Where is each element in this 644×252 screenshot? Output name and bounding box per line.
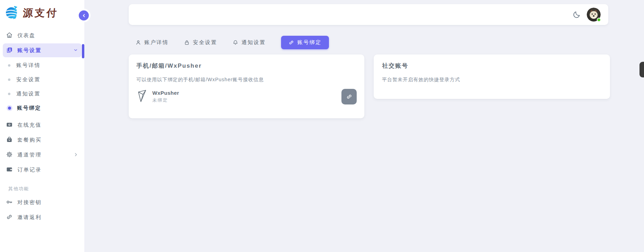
sidebar-submenu-account: 账号详情 安全设置 通知设置 账号绑定 [3, 58, 82, 115]
chevron-left-icon [82, 13, 86, 18]
sidebar-item-label: 在线充值 [17, 122, 78, 128]
sidebar-nav: 仪表盘 账号设置 账号详情 [0, 25, 84, 224]
gear-icon [6, 151, 13, 159]
sidebar-item-label: 账号设置 [17, 47, 69, 54]
bind-wxpusher-button[interactable] [341, 89, 357, 104]
settings-drawer-handle[interactable] [639, 62, 644, 77]
sidebar-subitem-label: 账号详情 [16, 62, 41, 69]
user-icon [135, 40, 141, 45]
settings-tabs: 账户详情 安全设置 通知设置 账号绑定 [135, 35, 329, 49]
sidebar-subitem-label: 账号绑定 [17, 105, 41, 111]
binding-card-description: 可以使用以下绑定的手机/邮箱/WxPusher账号接收信息 [136, 77, 357, 83]
sidebar-item-dashboard[interactable]: 仪表盘 [3, 28, 82, 42]
chevron-down-icon [73, 48, 78, 53]
link-icon [346, 93, 353, 100]
brand-logo[interactable]: 源支付 [0, 0, 84, 25]
wxpusher-row: WxPusher 未绑定 [136, 89, 357, 104]
social-accounts-card: 社交账号 平台暂未开启有效的快捷登录方式 [374, 54, 610, 99]
moon-icon [573, 10, 581, 19]
tab-security-settings[interactable]: 安全设置 [184, 39, 217, 46]
active-menu-indicator [82, 44, 84, 58]
tab-label: 账户详情 [144, 39, 169, 46]
link-icon [288, 40, 294, 45]
sidebar-item-label: 套餐购买 [17, 137, 78, 143]
theme-toggle-button[interactable] [572, 10, 581, 19]
link-icon [6, 213, 13, 221]
lock-icon [184, 40, 190, 45]
sidebar-subitem-account-binding[interactable]: 账号绑定 [3, 101, 82, 115]
binding-card-title: 手机/邮箱/WxPusher [136, 62, 357, 70]
tab-label: 通知设置 [242, 39, 266, 46]
tab-notification-settings[interactable]: 通知设置 [232, 39, 266, 46]
home-icon [6, 32, 13, 40]
user-avatar[interactable] [587, 8, 601, 22]
wxpusher-icon [137, 89, 147, 104]
social-card-title: 社交账号 [382, 62, 602, 70]
sidebar: 源支付 仪表盘 账号设置 [0, 0, 84, 252]
wxpusher-info: WxPusher 未绑定 [152, 90, 179, 103]
wxpusher-status: 未绑定 [152, 97, 179, 103]
sidebar-item-label: 对接密钥 [17, 199, 78, 206]
key-icon [6, 199, 13, 207]
sidebar-subitem-label: 安全设置 [16, 76, 41, 83]
banknote-icon [6, 121, 13, 129]
brand-globe-icon [4, 5, 20, 22]
sidebar-item-channel-management[interactable]: 通道管理 [3, 148, 82, 162]
online-status-dot [597, 18, 601, 22]
bullet-icon [8, 64, 10, 67]
social-card-description: 平台暂未开启有效的快捷登录方式 [382, 77, 602, 83]
topbar [129, 4, 608, 25]
sidebar-item-label: 通道管理 [17, 152, 69, 158]
bell-icon [232, 40, 238, 45]
sidebar-item-order-records[interactable]: 订单记录 [3, 163, 82, 177]
sidebar-section-label: 其他功能 [8, 186, 82, 192]
wallet-icon [6, 166, 13, 174]
binding-card: 手机/邮箱/WxPusher 可以使用以下绑定的手机/邮箱/WxPusher账号… [129, 54, 364, 118]
bullet-icon [8, 78, 10, 81]
sidebar-subitem-notification-settings[interactable]: 通知设置 [3, 87, 82, 101]
sidebar-collapse-button[interactable] [79, 10, 89, 20]
shopping-bag-icon [6, 136, 13, 144]
sidebar-subitem-security-settings[interactable]: 安全设置 [3, 73, 82, 87]
address-book-icon [6, 47, 13, 54]
tab-account-binding[interactable]: 账号绑定 [281, 36, 329, 49]
tab-label: 账号绑定 [297, 39, 322, 46]
bullet-icon [8, 93, 10, 95]
brand-name: 源支付 [23, 6, 59, 20]
chevron-right-icon [74, 152, 78, 158]
sidebar-item-invite-rebate[interactable]: 邀请返利 [3, 210, 82, 224]
sidebar-item-online-recharge[interactable]: 在线充值 [3, 118, 82, 132]
sidebar-item-account-settings[interactable]: 账号设置 [3, 43, 82, 57]
sidebar-subitem-label: 通知设置 [16, 91, 41, 97]
sidebar-item-plan-purchase[interactable]: 套餐购买 [3, 133, 82, 147]
tab-account-details[interactable]: 账户详情 [135, 39, 169, 46]
sidebar-item-api-keys[interactable]: 对接密钥 [3, 195, 82, 209]
bullet-icon [8, 107, 11, 110]
sidebar-item-label: 邀请返利 [17, 214, 78, 221]
content-area: 手机/邮箱/WxPusher 可以使用以下绑定的手机/邮箱/WxPusher账号… [129, 54, 610, 118]
sidebar-item-label: 仪表盘 [17, 32, 78, 39]
sidebar-subitem-account-details[interactable]: 账号详情 [3, 58, 82, 73]
tab-label: 安全设置 [193, 39, 217, 46]
sidebar-item-label: 订单记录 [17, 167, 78, 173]
wxpusher-name: WxPusher [152, 90, 179, 96]
